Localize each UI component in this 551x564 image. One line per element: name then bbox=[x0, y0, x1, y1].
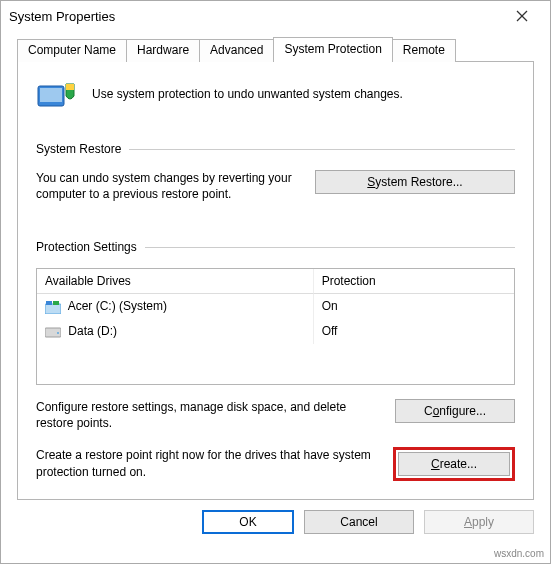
hard-drive-icon bbox=[45, 325, 61, 339]
system-protection-icon bbox=[36, 76, 80, 112]
x-glyph bbox=[516, 10, 528, 22]
drive-name: Acer (C:) (System) bbox=[68, 299, 167, 313]
section-protection-settings: Protection Settings bbox=[36, 240, 515, 254]
svg-rect-3 bbox=[40, 88, 62, 102]
windows-drive-icon bbox=[45, 300, 61, 314]
create-description: Create a restore point right now for the… bbox=[36, 447, 383, 479]
table-row[interactable]: Acer (C:) (System) On bbox=[37, 294, 514, 319]
table-empty-area bbox=[37, 344, 514, 384]
drive-protection: Off bbox=[314, 319, 514, 344]
system-restore-button[interactable]: SSystem Restore...ystem Restore... bbox=[315, 170, 515, 194]
svg-point-8 bbox=[57, 332, 59, 334]
drive-name: Data (D:) bbox=[68, 324, 117, 338]
drives-table: Available Drives Protection bbox=[36, 268, 515, 385]
col-header-protection[interactable]: Protection bbox=[314, 269, 514, 294]
cancel-button[interactable]: Cancel bbox=[304, 510, 414, 534]
create-button-highlight: Create...Create... bbox=[393, 447, 515, 481]
tabs: Computer Name Hardware Advanced System P… bbox=[17, 37, 534, 62]
tab-computer-name[interactable]: Computer Name bbox=[17, 39, 127, 62]
tab-system-protection[interactable]: System Protection bbox=[273, 37, 392, 62]
intro-row: Use system protection to undo unwanted s… bbox=[36, 76, 515, 128]
create-button[interactable]: Create...Create... bbox=[398, 452, 510, 476]
window-title: System Properties bbox=[9, 9, 502, 24]
divider bbox=[145, 247, 515, 248]
intro-text: Use system protection to undo unwanted s… bbox=[92, 87, 403, 101]
section-heading-restore: System Restore bbox=[36, 142, 121, 156]
configure-button[interactable]: Configure...Configure... bbox=[395, 399, 515, 423]
svg-rect-4 bbox=[45, 304, 61, 314]
svg-rect-6 bbox=[53, 301, 59, 305]
configure-description: Configure restore settings, manage disk … bbox=[36, 399, 385, 431]
table-row[interactable]: Data (D:) Off bbox=[37, 319, 514, 344]
section-heading-protection: Protection Settings bbox=[36, 240, 137, 254]
section-system-restore: System Restore bbox=[36, 142, 515, 156]
tab-hardware[interactable]: Hardware bbox=[126, 39, 200, 62]
close-icon[interactable] bbox=[502, 2, 542, 30]
drive-protection: On bbox=[314, 294, 514, 319]
system-properties-window: System Properties Computer Name Hardware… bbox=[0, 0, 551, 564]
col-header-drives[interactable]: Available Drives bbox=[37, 269, 314, 294]
divider bbox=[129, 149, 515, 150]
ok-button[interactable]: OK bbox=[202, 510, 294, 534]
tab-advanced[interactable]: Advanced bbox=[199, 39, 274, 62]
watermark-text: wsxdn.com bbox=[494, 548, 544, 559]
tab-remote[interactable]: Remote bbox=[392, 39, 456, 62]
dialog-button-row: OK Cancel ApplyApply bbox=[1, 500, 550, 546]
tab-panel-system-protection: Use system protection to undo unwanted s… bbox=[17, 61, 534, 500]
titlebar: System Properties bbox=[1, 1, 550, 31]
restore-description: You can undo system changes by reverting… bbox=[36, 170, 305, 202]
svg-rect-5 bbox=[46, 301, 52, 305]
apply-button[interactable]: ApplyApply bbox=[424, 510, 534, 534]
